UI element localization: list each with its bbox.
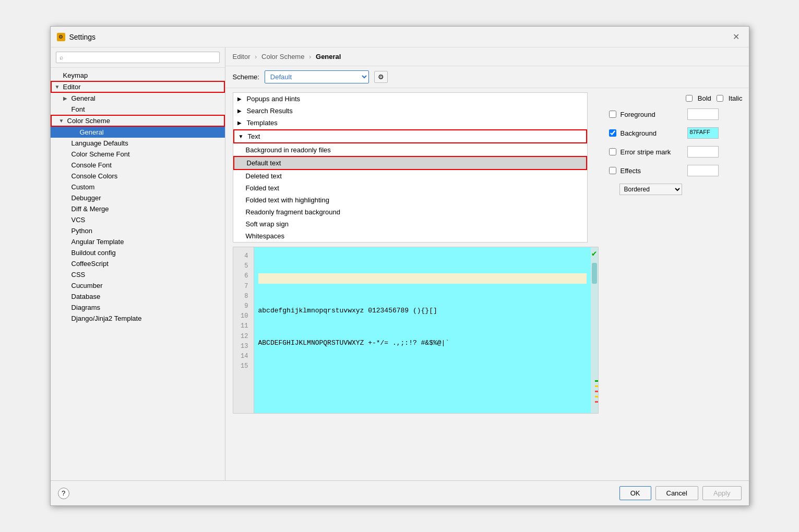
search-box	[51, 47, 225, 68]
scheme-label: Scheme:	[233, 73, 259, 81]
cat-deleted-text[interactable]: Deleted text	[233, 170, 587, 182]
sidebar-item-coffeescript[interactable]: CoffeeScript	[51, 258, 225, 269]
foreground-label: Foreground	[621, 111, 683, 118]
breadcrumb: Editor › Color Scheme › General	[225, 47, 749, 66]
cat-soft-wrap[interactable]: Soft wrap sign	[233, 218, 587, 230]
right-panel: Bold Italic Foreground	[603, 88, 749, 480]
bordered-select[interactable]: Bordered	[619, 184, 682, 195]
sidebar-item-vcs[interactable]: VCS	[51, 214, 225, 225]
scheme-select[interactable]: Default Darcula High Contrast	[265, 70, 369, 83]
bordered-row: Bordered	[609, 183, 743, 196]
sidebar-item-colorscheme-font[interactable]: Color Scheme Font	[51, 149, 225, 160]
scroll-mark-yellow	[595, 385, 598, 387]
bc-editor: Editor	[233, 53, 251, 61]
sidebar-item-angular[interactable]: Angular Template	[51, 236, 225, 247]
ok-button[interactable]: OK	[619, 486, 651, 500]
sidebar-item-custom[interactable]: Custom	[51, 182, 225, 192]
scroll-mark-red	[595, 391, 598, 392]
title-bar-left: ⚙ Settings	[57, 33, 96, 41]
content-area: ▶ Popups and Hints ▶ Search Results ▶ Te…	[225, 88, 749, 480]
background-color-box[interactable]: 87FAFF	[687, 127, 719, 139]
background-color-value: 87FAFF	[688, 128, 712, 136]
help-button[interactable]: ?	[58, 488, 69, 499]
sidebar-item-debugger[interactable]: Debugger	[51, 192, 225, 203]
cat-text[interactable]: ▼ Text	[233, 129, 587, 143]
cat-bg-readonly[interactable]: Background in readonly files	[233, 144, 587, 156]
dialog-body: Keymap ▼ Editor ▶ General Font	[51, 47, 749, 480]
cat-search-results[interactable]: ▶ Search Results	[233, 105, 587, 117]
bc-general: General	[316, 53, 341, 61]
cat-readonly-bg[interactable]: Readonly fragment background	[233, 206, 587, 218]
sidebar-item-colorscheme[interactable]: ▼ Color Scheme	[51, 115, 225, 127]
background-checkbox[interactable]	[609, 129, 616, 137]
main-content: Editor › Color Scheme › General Scheme: …	[225, 47, 749, 480]
background-label: Background	[621, 129, 683, 137]
expand-icon: ▼	[59, 118, 65, 124]
code-content: abcdefghijklmnopqrstuvwxyz 0123456789 ()…	[254, 247, 591, 413]
sidebar-item-colorscheme-general[interactable]: General	[51, 127, 225, 138]
sidebar-item-database[interactable]: Database	[51, 291, 225, 302]
error-stripe-label: Error stripe mark	[621, 148, 683, 156]
sidebar-item-buildout[interactable]: Buildout config	[51, 247, 225, 258]
gear-button[interactable]: ⚙	[374, 71, 388, 83]
sidebar-item-general[interactable]: ▶ General	[51, 93, 225, 104]
foreground-color-box[interactable]	[687, 108, 719, 120]
sidebar-item-css[interactable]: CSS	[51, 269, 225, 280]
bc-sep1: ›	[255, 53, 257, 61]
line-numbers: 4 5 6 7 8 9 10 11 12 13 14 15	[233, 247, 254, 413]
code-line-8	[258, 403, 587, 413]
scroll-mark-yellow2	[595, 396, 598, 397]
scroll-mark-green	[595, 380, 598, 382]
bc-sep2: ›	[309, 53, 311, 61]
code-line-5: abcdefghijklmnopqrstuvwxyz 0123456789 ()…	[258, 306, 587, 317]
code-line-6: ABCDEFGHIJKLMNOPQRSTUVWXYZ +-*/= .,;:!? …	[258, 338, 587, 349]
bc-colorscheme: Color Scheme	[261, 53, 304, 61]
sidebar-item-cucumber[interactable]: Cucumber	[51, 280, 225, 291]
expand-icon: ▶	[63, 95, 69, 101]
title-bar: ⚙ Settings ✕	[51, 27, 749, 47]
error-stripe-row: Error stripe mark	[609, 145, 743, 159]
sidebar-item-python[interactable]: Python	[51, 225, 225, 236]
effects-color-box[interactable]	[687, 165, 719, 176]
error-stripe-checkbox[interactable]	[609, 148, 616, 155]
cancel-button[interactable]: Cancel	[655, 486, 698, 500]
settings-dialog: ⚙ Settings ✕ Keymap ▼ Editor	[50, 26, 749, 506]
cat-folded-text[interactable]: Folded text	[233, 182, 587, 194]
cat-default-text[interactable]: Default text	[233, 156, 587, 170]
scheme-row: Scheme: Default Darcula High Contrast ⚙	[225, 66, 749, 88]
effects-row: Effects	[609, 164, 743, 177]
scroll-thumb[interactable]	[592, 263, 597, 284]
apply-button[interactable]: Apply	[702, 486, 742, 500]
error-stripe-color-box[interactable]	[687, 146, 719, 158]
bold-label[interactable]: Bold	[686, 94, 711, 102]
sidebar: Keymap ▼ Editor ▶ General Font	[51, 47, 225, 480]
bold-italic-row: Bold Italic	[609, 92, 743, 102]
effects-checkbox[interactable]	[609, 167, 616, 174]
sidebar-item-diff-merge[interactable]: Diff & Merge	[51, 203, 225, 214]
cat-whitespaces[interactable]: Whitespaces	[233, 230, 587, 242]
sidebar-item-keymap[interactable]: Keymap	[51, 70, 225, 81]
sidebar-item-console-colors[interactable]: Console Colors	[51, 171, 225, 182]
cat-templates[interactable]: ▶ Templates	[233, 117, 587, 129]
search-input[interactable]	[56, 52, 220, 63]
sidebar-item-font[interactable]: Font	[51, 104, 225, 115]
sidebar-item-console-font[interactable]: Console Font	[51, 160, 225, 171]
code-line-7	[258, 371, 587, 382]
category-tree: ▶ Popups and Hints ▶ Search Results ▶ Te…	[233, 92, 588, 243]
cat-folded-highlight[interactable]: Folded text with highlighting	[233, 194, 587, 206]
background-row: Background 87FAFF	[609, 126, 743, 140]
italic-label[interactable]: Italic	[717, 94, 743, 102]
effects-label: Effects	[621, 167, 683, 175]
sidebar-item-django[interactable]: Django/Jinja2 Template	[51, 313, 225, 324]
foreground-checkbox[interactable]	[609, 111, 616, 118]
sidebar-item-diagrams[interactable]: Diagrams	[51, 302, 225, 313]
scrollbar-area: ✔	[591, 247, 598, 413]
sidebar-item-language-defaults[interactable]: Language Defaults	[51, 138, 225, 149]
close-button[interactable]: ✕	[730, 31, 743, 43]
sidebar-item-editor[interactable]: ▼ Editor	[51, 81, 225, 93]
bold-checkbox[interactable]	[686, 95, 693, 102]
cat-popups-hints[interactable]: ▶ Popups and Hints	[233, 93, 587, 105]
italic-checkbox[interactable]	[717, 95, 723, 102]
checkmark-icon: ✔	[592, 248, 597, 259]
dialog-footer: ? OK Cancel Apply	[51, 480, 749, 505]
